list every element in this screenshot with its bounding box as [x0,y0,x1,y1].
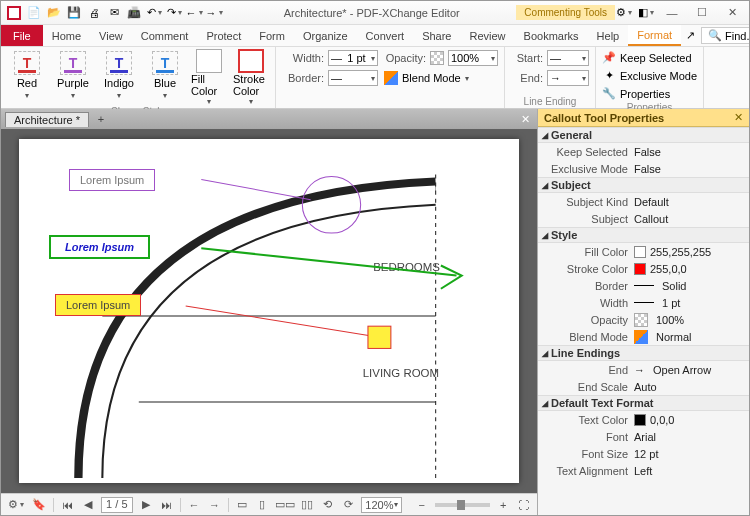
layout-two-icon[interactable]: ▭▭ [276,496,294,514]
scan-icon[interactable]: 📠 [125,4,143,22]
layout-cont-icon[interactable]: ▯ [255,496,270,514]
width-input[interactable]: —1 pt▾ [328,50,378,66]
ribbon: T Red▾ T Purple▾ T Indigo▾ T Blue▾Fill C… [1,47,749,109]
prop-row[interactable]: Text Color0,0,0 [538,411,749,428]
color-preset-purple[interactable]: T Purple▾ [53,49,93,100]
quick-access-toolbar: 📄 📂 💾 🖨 ✉ 📠 ↶ ↷ ← → [1,4,227,22]
tab-form[interactable]: Form [250,25,294,46]
callout-green[interactable]: Lorem Ipsum [49,235,150,259]
ui-layout-icon[interactable]: ◧ [637,4,655,22]
prop-row[interactable]: End→Open Arrow [538,361,749,378]
fill-color-button[interactable]: Fill Color▾ [191,49,227,106]
blend-dropdown[interactable]: ▾ [465,74,469,83]
tab-convert[interactable]: Convert [357,25,414,46]
section-header[interactable]: ◢Style [538,227,749,243]
document-area: Architecture * + ✕ BEDROOMS LIVING ROOM [1,109,537,515]
page-input[interactable]: 1 / 5 [101,497,133,513]
nav-back-button[interactable]: ← [185,4,203,22]
tab-help[interactable]: Help [588,25,629,46]
options-icon[interactable]: ⚙ [615,4,633,22]
prop-row[interactable]: BorderSolid [538,277,749,294]
tab-protect[interactable]: Protect [197,25,250,46]
panel-close-button[interactable]: ✕ [734,111,743,124]
line-start-input[interactable]: —▾ [547,50,589,66]
opacity-input[interactable]: 100%▾ [448,50,498,66]
print-icon[interactable]: 🖨 [85,4,103,22]
color-preset-blue[interactable]: T Blue▾ [145,49,185,100]
bookmarks-icon[interactable]: 🔖 [31,496,47,514]
prop-row[interactable]: SubjectCallout [538,210,749,227]
email-icon[interactable]: ✉ [105,4,123,22]
prop-row[interactable]: Fill Color255,255,255 [538,243,749,260]
zoom-out-button[interactable]: − [414,496,429,514]
last-page-button[interactable]: ⏭ [159,496,174,514]
rotate-ccw-icon[interactable]: ⟲ [320,496,335,514]
nav-fwd-icon[interactable]: → [207,496,222,514]
layout-two-cont-icon[interactable]: ▯▯ [300,496,315,514]
nav-back-icon[interactable]: ← [187,496,202,514]
tab-home[interactable]: Home [43,25,90,46]
page-canvas[interactable]: BEDROOMS LIVING ROOM Lorem Ipsum Lorem I… [19,139,519,483]
prop-row[interactable]: Stroke Color255,0,0 [538,260,749,277]
new-tab-button[interactable]: + [93,113,109,125]
exclusive-mode-button[interactable]: ✦Exclusive Mode [602,67,697,84]
line-end-input[interactable]: →▾ [547,70,589,86]
tab-organize[interactable]: Organize [294,25,357,46]
undo-button[interactable]: ↶ [145,4,163,22]
tab-share[interactable]: Share [413,25,460,46]
find-button[interactable]: 🔍Find... [701,27,750,44]
prop-row[interactable]: Subject KindDefault [538,193,749,210]
zoom-input[interactable]: 120%▾ [361,497,402,513]
prop-row[interactable]: Exclusive ModeFalse [538,160,749,177]
properties-button[interactable]: 🔧Properties [602,85,670,102]
nav-fwd-button[interactable]: → [205,4,223,22]
prop-row[interactable]: Keep SelectedFalse [538,143,749,160]
zoom-slider[interactable] [435,503,490,507]
properties-panel: Callout Tool Properties✕ ◢GeneralKeep Se… [537,109,749,515]
prop-row[interactable]: Width1 pt [538,294,749,311]
new-icon[interactable]: 📄 [25,4,43,22]
prop-row[interactable]: Font Size12 pt [538,445,749,462]
save-icon[interactable]: 💾 [65,4,83,22]
section-header[interactable]: ◢Subject [538,177,749,193]
tab-format[interactable]: Format [628,25,681,46]
callout-purple[interactable]: Lorem Ipsum [69,169,155,191]
section-header[interactable]: ◢General [538,127,749,143]
next-page-button[interactable]: ▶ [139,496,154,514]
open-icon[interactable]: 📂 [45,4,63,22]
tab-review[interactable]: Review [460,25,514,46]
fit-page-icon[interactable]: ⛶ [516,496,531,514]
prop-row[interactable]: Opacity100% [538,311,749,328]
prop-row[interactable]: End ScaleAuto [538,378,749,395]
prev-page-button[interactable]: ◀ [80,496,95,514]
prop-row[interactable]: Text AlignmentLeft [538,462,749,479]
svg-text:LIVING ROOM: LIVING ROOM [363,367,439,379]
callout-red[interactable]: Lorem Ipsum [55,294,141,316]
tab-bookmarks[interactable]: Bookmarks [515,25,588,46]
section-header[interactable]: ◢Default Text Format [538,395,749,411]
tab-view[interactable]: View [90,25,132,46]
tab-comment[interactable]: Comment [132,25,198,46]
color-preset-indigo[interactable]: T Indigo▾ [99,49,139,100]
keep-selected-button[interactable]: 📌Keep Selected [602,49,692,66]
launch-icon[interactable]: ↗ [681,27,699,45]
svg-rect-1 [9,8,19,18]
zoom-in-button[interactable]: + [496,496,511,514]
options-gear-icon[interactable]: ⚙ [7,496,25,514]
maximize-button[interactable]: ☐ [689,4,715,22]
layout-single-icon[interactable]: ▭ [235,496,250,514]
stroke-color-button[interactable]: Stroke Color▾ [233,49,269,106]
prop-row[interactable]: FontArial [538,428,749,445]
redo-button[interactable]: ↷ [165,4,183,22]
rotate-cw-icon[interactable]: ⟳ [341,496,356,514]
tab-file[interactable]: File [1,25,43,46]
document-tab[interactable]: Architecture * [5,112,89,127]
first-page-button[interactable]: ⏮ [60,496,75,514]
minimize-button[interactable]: — [659,4,685,22]
close-doc-button[interactable]: ✕ [517,113,533,126]
color-preset-red[interactable]: T Red▾ [7,49,47,100]
close-button[interactable]: ✕ [719,4,745,22]
border-input[interactable]: —▾ [328,70,378,86]
prop-row[interactable]: Blend ModeNormal [538,328,749,345]
section-header[interactable]: ◢Line Endings [538,345,749,361]
